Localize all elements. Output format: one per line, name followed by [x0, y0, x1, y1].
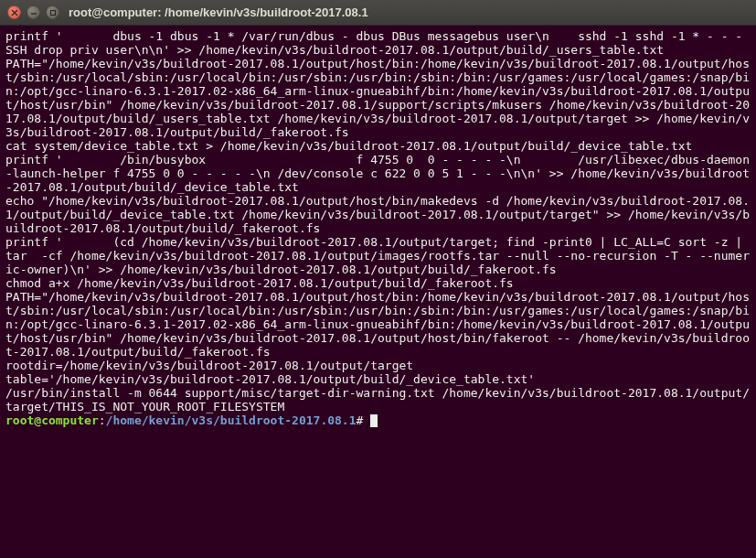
- close-icon[interactable]: [7, 5, 21, 19]
- prompt-path: /home/kevin/v3s/buildroot-2017.08.1: [106, 413, 357, 427]
- window-controls: [7, 5, 59, 19]
- maximize-icon[interactable]: [46, 5, 59, 19]
- svg-rect-0: [50, 10, 55, 15]
- minimize-icon[interactable]: [27, 5, 40, 19]
- window-title: root@computer: /home/kevin/v3s/buildroot…: [69, 5, 368, 19]
- terminal-area[interactable]: printf ' dbus -1 dbus -1 * /var/run/dbus…: [0, 26, 756, 558]
- prompt: root@computer:/home/kevin/v3s/buildroot-…: [5, 413, 378, 427]
- prompt-user-host: root@computer: [5, 413, 99, 427]
- prompt-symbol: #: [357, 413, 364, 427]
- cursor: [370, 414, 378, 427]
- prompt-colon: :: [99, 413, 106, 427]
- titlebar: root@computer: /home/kevin/v3s/buildroot…: [0, 0, 756, 26]
- terminal-output: printf ' dbus -1 dbus -1 * /var/run/dbus…: [5, 29, 750, 413]
